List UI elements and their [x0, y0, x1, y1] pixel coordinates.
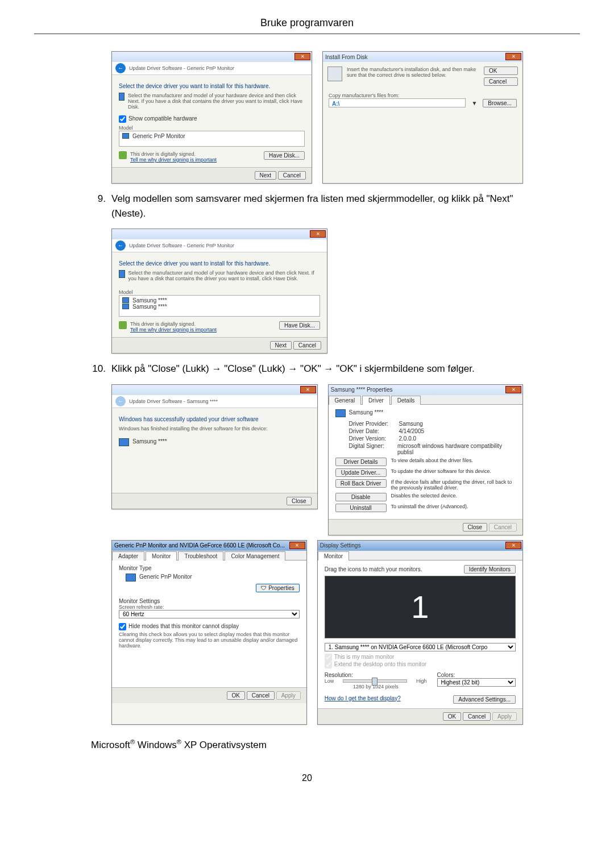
driver-properties-dialog: Samsung **** Properties ✕ General Driver… [328, 384, 523, 535]
page-title: Bruke programvaren [34, 17, 580, 29]
close-icon[interactable]: ✕ [505, 386, 521, 393]
identify-monitors-button[interactable]: Identify Monitors [464, 565, 516, 574]
monitor-select[interactable]: 1. Samsung **** on NVIDIA GeForce 6600 L… [325, 643, 516, 651]
tab-monitor[interactable]: Monitor [146, 551, 177, 560]
monitor-settings-label: Monitor Settings [119, 598, 300, 604]
tab-general[interactable]: General [329, 396, 362, 405]
apply-button: Apply [276, 691, 301, 700]
display-settings-dialog: Display Settings ✕ Monitor Drag the icon… [317, 540, 523, 725]
install-from-disk-dialog: Install From Disk ✕ Insert the manufactu… [322, 51, 523, 184]
monitor-icon [335, 409, 346, 417]
have-disk-button[interactable]: Have Disk... [264, 151, 305, 160]
hide-modes-checkbox[interactable]: Hide modes that this monitor cannot disp… [119, 623, 239, 629]
uninstall-button[interactable]: Uninstall [335, 504, 387, 512]
close-icon[interactable]: ✕ [310, 230, 326, 238]
window-titlebar: Install From Disk ✕ [323, 52, 522, 62]
cancel-button[interactable]: Cancel [484, 77, 518, 86]
dialog-title: Install From Disk [325, 54, 367, 60]
cancel-button[interactable]: Cancel [278, 171, 306, 180]
properties-button[interactable]: 🛡 Properties [256, 584, 299, 592]
update-driver-wizard-2: ✕ ← Update Driver Software - Generic PnP… [111, 229, 327, 354]
copy-from-label: Copy manufacturer's files from: [329, 93, 517, 98]
dialog-title: Samsung **** Properties [331, 387, 393, 393]
tab-adapter[interactable]: Adapter [112, 551, 144, 560]
ok-button[interactable]: OK [227, 691, 245, 700]
monitor-icon [122, 133, 129, 139]
close-icon[interactable]: ✕ [294, 53, 310, 60]
monitor-type-label: Monitor Type [119, 565, 300, 571]
update-driver-button[interactable]: Update Driver... [335, 468, 387, 477]
monitor-properties-dialog: Generic PnP Monitor and NVIDIA GeForce 6… [111, 540, 307, 725]
path-input[interactable]: A:\ [329, 98, 466, 107]
back-icon[interactable]: ← [115, 240, 126, 251]
disk-icon [327, 67, 342, 81]
monitor-icon [119, 438, 129, 446]
hide-modes-warning: Clearing this check box allows you to se… [119, 632, 300, 649]
next-button[interactable]: Next [270, 341, 292, 350]
tab-troubleshoot[interactable]: Troubleshoot [178, 551, 223, 560]
model-label: Model [119, 125, 305, 131]
apply-button: Apply [492, 712, 517, 721]
os-label: Microsoft® Windows® XP Operativsystem [91, 738, 523, 751]
resolution-slider[interactable] [343, 679, 407, 683]
monitor-icon [119, 270, 125, 278]
update-driver-wizard-1: ✕ ← Update Driver Software - Generic PnP… [111, 51, 312, 184]
device-name: Generic PnP Monitor [139, 574, 192, 580]
signed-text: This driver is digitally signed. [130, 321, 217, 327]
cancel-button[interactable]: Cancel [293, 341, 321, 350]
colors-select[interactable]: Highest (32 bit) [437, 678, 516, 687]
compat-checkbox[interactable]: Show compatible hardware [119, 115, 197, 122]
window-titlebar: ✕ [112, 52, 312, 62]
cancel-button: Cancel [489, 523, 517, 531]
cancel-button[interactable]: Cancel [463, 712, 491, 721]
monitor-preview[interactable]: 1 [325, 576, 516, 638]
update-driver-success: ✕ ← Update Driver Software - Samsung ***… [111, 384, 318, 509]
monitor-icon [119, 93, 125, 101]
monitor-icon [122, 297, 129, 303]
device-name: Samsung **** [132, 438, 167, 445]
tab-color-mgmt[interactable]: Color Management [225, 551, 285, 560]
monitor-icon [122, 304, 129, 309]
tab-driver[interactable]: Driver [362, 396, 390, 405]
have-disk-button[interactable]: Have Disk... [279, 321, 320, 330]
browse-button[interactable]: Browse... [483, 99, 517, 107]
breadcrumb: Update Driver Software - Samsung **** [129, 398, 218, 404]
model-list[interactable]: Samsung **** Samsung **** [119, 295, 320, 317]
wizard-subtext: Select the manufacturer and model of you… [128, 93, 305, 110]
close-button[interactable]: Close [463, 523, 488, 531]
advanced-settings-button[interactable]: Advanced Settings... [453, 695, 516, 704]
device-name: Samsung **** [349, 409, 384, 416]
breadcrumb: Update Driver Software - Generic PnP Mon… [129, 65, 234, 71]
ok-button[interactable]: OK [484, 67, 518, 75]
ok-button[interactable]: OK [443, 712, 461, 721]
page-header: Bruke programvaren [34, 17, 580, 34]
signing-link[interactable]: Tell me why driver signing is important [130, 327, 217, 333]
roll-back-button[interactable]: Roll Back Driver [335, 479, 387, 488]
breadcrumb: Update Driver Software - Generic PnP Mon… [129, 243, 234, 248]
close-icon[interactable]: ✕ [505, 53, 521, 60]
next-button[interactable]: Next [255, 171, 277, 180]
success-sub: Windows has finished installing the driv… [119, 426, 310, 431]
driver-details-button[interactable]: Driver Details [335, 458, 387, 466]
back-icon[interactable]: ← [115, 63, 126, 73]
tab-monitor[interactable]: Monitor [318, 551, 349, 560]
success-heading: Windows has successfully updated your dr… [119, 416, 310, 422]
step-9: 9. Velg modellen som samsvarer med skjer… [91, 192, 523, 221]
close-icon[interactable]: ✕ [505, 542, 521, 549]
close-icon[interactable]: ✕ [289, 542, 305, 549]
page-number: 20 [34, 773, 580, 783]
signing-link[interactable]: Tell me why driver signing is important [130, 157, 217, 163]
close-button[interactable]: Close [287, 497, 312, 505]
back-icon: ← [115, 396, 126, 406]
model-list[interactable]: Generic PnP Monitor [119, 131, 305, 147]
shield-icon [119, 151, 127, 159]
dialog-title: Generic PnP Monitor and NVIDIA GeForce 6… [114, 542, 285, 549]
shield-icon [119, 321, 127, 329]
disable-button[interactable]: Disable [335, 493, 387, 501]
close-icon[interactable]: ✕ [300, 386, 316, 393]
colors-label: Colors: [437, 672, 516, 678]
best-display-link[interactable]: How do I get the best display? [325, 695, 401, 701]
tab-details[interactable]: Details [391, 396, 421, 405]
cancel-button[interactable]: Cancel [247, 691, 275, 700]
refresh-rate-select[interactable]: 60 Hertz [119, 610, 300, 618]
